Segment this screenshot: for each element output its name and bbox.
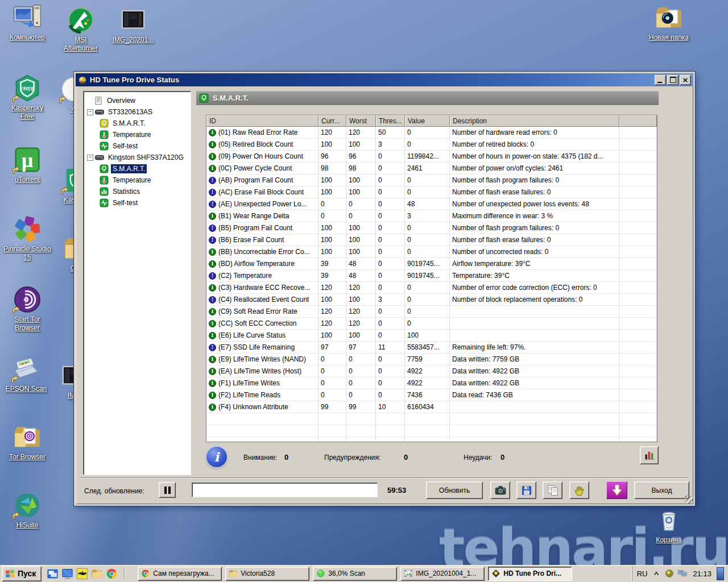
tree-item-self-test-sub[interactable]: Self-test (84, 197, 191, 209)
cell-threshold: 0 (376, 270, 405, 281)
column-header-value[interactable]: Value (405, 115, 450, 127)
tree-item-self-test-sub[interactable]: Self-test (84, 140, 191, 152)
column-header-description[interactable]: Description (450, 115, 619, 127)
cell-value: 0 (405, 318, 450, 329)
table-row[interactable]: !(B6) Erase Fail Count10010000Number of … (206, 234, 657, 246)
cell-id: i(E9) LifeTime Writes (NAND) (206, 354, 318, 365)
screenshot-button[interactable] (490, 481, 510, 499)
table-row[interactable]: i(BD) Airflow Temperature394809019745...… (206, 258, 657, 270)
desktop-icon-label: Корзина (656, 536, 682, 544)
column-header-thres[interactable]: Thres... (376, 115, 405, 127)
desktop-icon-computer[interactable]: Компьютер (3, 3, 51, 42)
table-row[interactable]: i(E9) LifeTime Writes (NAND)0007759Data … (206, 354, 657, 365)
desktop-icon-label: Pinnacle Studio 15 (3, 245, 51, 262)
table-row[interactable]: !(C4) Reallocated Event Count10010030Num… (206, 294, 657, 306)
table-row[interactable]: i(C9) Soft Read Error Rate12012000 (206, 306, 657, 318)
cell-description (450, 330, 619, 341)
download-button[interactable] (606, 481, 627, 499)
tree-expander[interactable]: − (87, 155, 93, 161)
desktop-icon-start-tor-browser[interactable]: Start Tor Browser (3, 285, 51, 332)
column-header-worst[interactable]: Worst (346, 115, 376, 127)
table-row[interactable]: i(E6) Life Curve Status1001000100 (206, 330, 657, 342)
cell-value: 7759 (405, 354, 450, 365)
cell-extra (619, 365, 657, 377)
tree-item-s-m-a-r-t-sub[interactable]: S.M.A.R.T. (84, 163, 191, 174)
save-button[interactable] (516, 481, 536, 499)
tray-chevron-icon[interactable] (651, 568, 661, 579)
language-indicator[interactable]: RU (637, 569, 648, 578)
tree-item-overview[interactable]: Overview (84, 95, 191, 106)
tree-item-temperature-sub[interactable]: Temperature (84, 174, 191, 186)
quicklaunch-folder-icon[interactable] (91, 568, 103, 580)
quicklaunch-chrome-icon[interactable] (106, 568, 118, 580)
table-row[interactable]: !(AB) Program Fail Count10010000Number o… (206, 174, 657, 186)
table-row[interactable]: !(C2) Temperature394809019745...Temperat… (206, 270, 657, 282)
desktop-icon-tor-browser[interactable]: Tor Browser (3, 423, 51, 462)
table-row[interactable]: i(B1) Wear Range Delta0003Maximum differ… (206, 210, 657, 222)
table-row[interactable]: !(B5) Program Fail Count10010000Number o… (206, 222, 657, 234)
cell-id: i(01) Raw Read Error Rate (206, 127, 318, 138)
desktop-icon-utorrent[interactable]: µuTorrent (3, 146, 51, 184)
quicklaunch-show-desktop-icon[interactable] (47, 568, 59, 580)
close-button[interactable]: × (680, 75, 691, 85)
quicklaunch-thebat-icon[interactable] (76, 568, 88, 580)
table-row[interactable]: !(AE) Unexpected Power Lo...00048Number … (206, 198, 657, 210)
column-header-curr[interactable]: Curr... (318, 115, 346, 127)
taskbar-task-img-20201004-1[interactable]: IMG_20201004_1... (400, 567, 485, 581)
desktop-icon-label: Новая папка (649, 34, 689, 42)
table-row[interactable]: i(F2) LifeTime Reads0007436Data read: 74… (206, 389, 657, 401)
tree-item-s-m-a-r-t-sub[interactable]: S.M.A.R.T. (84, 118, 191, 129)
table-row[interactable]: i(EA) LifeTime Writes (Host)0004922Data … (206, 365, 657, 377)
table-row[interactable]: i(0C) Power Cycle Count989802461Number o… (206, 163, 657, 174)
taskbar-task-victoria528[interactable]: Victoria528 (225, 567, 309, 581)
taskbar-task-hd-tune-pro-dri[interactable]: HD Tune Pro Dri... (488, 567, 572, 581)
tray-hdtune-tray-icon[interactable] (664, 568, 675, 579)
table-row[interactable]: i(09) Power On Hours Count969601199842..… (206, 151, 657, 163)
kaspersky-icon: FREE (13, 74, 42, 102)
desktop-icon-img-photo[interactable]: IMG_20201... (109, 6, 157, 44)
resize-grip[interactable] (685, 496, 693, 504)
tree-item-statistics-sub[interactable]: Statistics (84, 186, 191, 197)
desktop-icon-recycle-bin[interactable]: Корзина (645, 506, 693, 544)
tree-item-temperature-sub[interactable]: Temperature (84, 129, 191, 140)
tree-expander[interactable]: − (87, 109, 93, 115)
column-header-id[interactable]: ID (206, 115, 318, 127)
title-bar[interactable]: HD Tune Pro Drive Status × (76, 73, 693, 86)
minimize-button[interactable] (655, 75, 666, 85)
table-row[interactable]: i(C3) Hardware ECC Recove...12012000Numb… (206, 282, 657, 294)
donate-button[interactable] (569, 481, 589, 499)
show-desktop-edge[interactable] (717, 567, 724, 580)
chart-button[interactable] (640, 446, 659, 464)
table-row[interactable]: i(BB) Uncorrectable Error Co...10010000N… (206, 246, 657, 258)
table-row[interactable]: i(F1) LifeTime Writes0004922Data written… (206, 377, 657, 389)
quicklaunch-display-icon[interactable] (61, 568, 73, 580)
smart-attributes-table[interactable]: IDCurr...WorstThres...ValueDescriptioni(… (206, 115, 657, 442)
table-row[interactable]: i(CC) Soft ECC Correction12012000 (206, 318, 657, 330)
desktop-icon-msi-afterburner[interactable]: MSI Afterburner (57, 6, 105, 53)
maximize-button[interactable] (667, 75, 679, 85)
cell-description: Data written: 4922 GB (450, 365, 619, 377)
tree-item-kingston-shfs37a120g[interactable]: −Kingston SHFS37A120G (84, 152, 191, 163)
desktop-icon-epson-scan[interactable]: EPSON Scan (2, 355, 50, 393)
pause-button[interactable] (159, 482, 176, 498)
tray-network-icon[interactable] (677, 568, 688, 579)
table-row[interactable]: i(01) Raw Read Error Rate120120500Number… (206, 127, 657, 139)
table-row[interactable]: i(05) Retired Block Count10010030Number … (206, 139, 657, 151)
table-row[interactable]: i(F4) Unknown Attribute9999106160434 (206, 401, 657, 413)
desktop-icon-hisuite[interactable]: HiSuite (3, 491, 51, 530)
desktop-icon-new-folder[interactable]: Новая папка (645, 3, 693, 42)
exit-button[interactable]: Выход (634, 481, 689, 499)
table-row[interactable]: !(AC) Erase Fail Block Count10010000Numb… (206, 186, 657, 198)
column-header-extra[interactable] (619, 115, 657, 127)
start-button[interactable]: Пуск (2, 566, 42, 581)
photo-icon (119, 6, 147, 34)
copy-button[interactable] (543, 481, 562, 499)
desktop-icon-kaspersky-free[interactable]: FREEKaspersky Free (3, 74, 51, 121)
tree-item-st3320613as[interactable]: −ST3320613AS (84, 106, 191, 118)
cell-current: 97 (318, 342, 346, 353)
taskbar-task-36-0-scan[interactable]: 36,0% Scan (313, 567, 397, 581)
taskbar-task-сам-перезагружа[interactable]: Сам перезагружа... (138, 567, 222, 581)
refresh-button[interactable]: Обновить (426, 481, 483, 499)
desktop-icon-pinnacle-studio[interactable]: Pinnacle Studio 15 (3, 215, 51, 262)
table-row[interactable]: !(E7) SSD Life Remaining9797115583457...… (206, 342, 657, 354)
